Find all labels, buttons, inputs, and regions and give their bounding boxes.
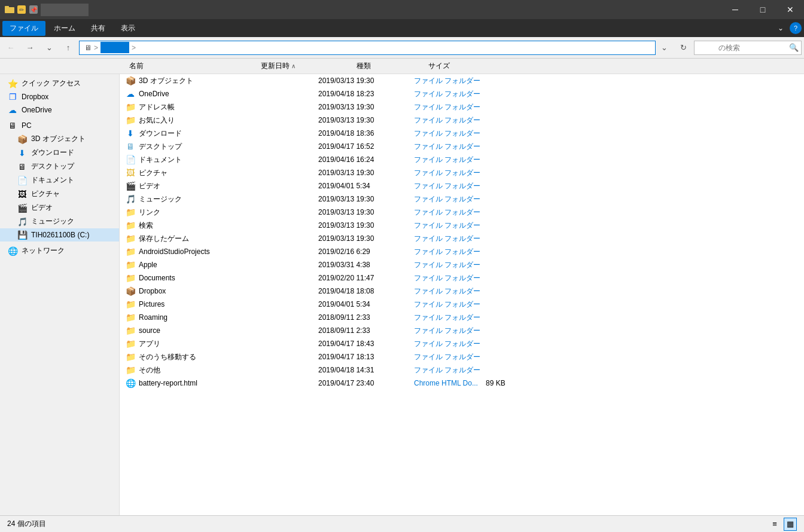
file-type: ファイル フォルダー	[414, 89, 486, 99]
column-name[interactable]: 名前	[129, 61, 261, 71]
sidebar-item-download[interactable]: ⬇ ダウンロード	[0, 146, 119, 160]
sidebar-label-desktop: デスクトップ	[31, 161, 74, 172]
sidebar-label-music: ミュージック	[31, 216, 74, 227]
up-button[interactable]: ↑	[60, 39, 77, 56]
maximize-button[interactable]: □	[749, 0, 776, 19]
sidebar-item-documents[interactable]: 📄 ドキュメント	[0, 173, 119, 187]
file-type: ファイル フォルダー	[414, 247, 486, 257]
menu-view[interactable]: 表示	[114, 21, 142, 36]
table-row[interactable]: 📁 Apple 2019/03/31 4:38 ファイル フォルダー	[120, 258, 804, 271]
svg-text:📌: 📌	[30, 6, 38, 14]
file-name: Pictures	[139, 300, 318, 308]
file-type: ファイル フォルダー	[414, 115, 486, 126]
sidebar-item-videos[interactable]: 🎬 ビデオ	[0, 201, 119, 215]
pc-icon: 🖥	[84, 44, 92, 52]
column-size[interactable]: サイズ	[428, 61, 488, 71]
sidebar-item-drive-c[interactable]: 💾 TIH0261100B (C:)	[0, 228, 119, 241]
file-name: ダウンロード	[139, 129, 318, 139]
file-type: ファイル フォルダー	[414, 129, 486, 139]
sidebar-item-pc[interactable]: 🖥 PC	[0, 119, 119, 132]
table-row[interactable]: 📁 検索 2019/03/13 19:30 ファイル フォルダー	[120, 219, 804, 232]
file-name: Dropbox	[139, 287, 318, 295]
close-button[interactable]: ✕	[776, 0, 804, 19]
file-date: 2019/03/13 19:30	[318, 116, 414, 124]
table-row[interactable]: 🎬 ビデオ 2019/04/01 5:34 ファイル フォルダー	[120, 179, 804, 192]
menu-file[interactable]: ファイル	[2, 21, 45, 36]
table-row[interactable]: 📄 ドキュメント 2019/04/16 16:24 ファイル フォルダー	[120, 153, 804, 166]
table-row[interactable]: 📁 アプリ 2019/04/17 18:43 ファイル フォルダー	[120, 337, 804, 350]
file-icon: 🎵	[124, 194, 136, 204]
table-row[interactable]: 📁 Documents 2019/02/20 11:47 ファイル フォルダー	[120, 271, 804, 285]
search-input[interactable]	[697, 44, 787, 52]
title-bar: ✏ 📌 ─ □ ✕	[0, 0, 804, 19]
table-row[interactable]: 📁 アドレス帳 2019/03/13 19:30 ファイル フォルダー	[120, 100, 804, 114]
column-headers: 名前 更新日時 ∧ 種類 サイズ	[0, 59, 804, 74]
back-button[interactable]: ←	[2, 39, 19, 56]
file-name: アドレス帳	[139, 102, 318, 112]
detail-view-button[interactable]: ▦	[784, 518, 797, 531]
sidebar-item-music[interactable]: 🎵 ミュージック	[0, 215, 119, 228]
help-button[interactable]: ?	[790, 22, 802, 34]
file-name: デスクトップ	[139, 142, 318, 152]
file-icon: 📁	[124, 299, 136, 309]
table-row[interactable]: ☁ OneDrive 2019/04/18 18:23 ファイル フォルダー	[120, 87, 804, 100]
sidebar-item-quick-access[interactable]: ⭐ クイック アクセス	[0, 77, 119, 90]
table-row[interactable]: 📁 そのうち移動する 2019/04/17 18:13 ファイル フォルダー	[120, 350, 804, 363]
sidebar-label-drive-c: TIH0261100B (C:)	[31, 231, 89, 239]
file-name: 保存したゲーム	[139, 234, 318, 244]
table-row[interactable]: 📁 AndroidStudioProjects 2019/02/16 6:29 …	[120, 245, 804, 258]
column-date[interactable]: 更新日時 ∧	[261, 61, 357, 71]
file-type: ファイル フォルダー	[414, 181, 486, 191]
table-row[interactable]: 🖼 ピクチャ 2019/03/13 19:30 ファイル フォルダー	[120, 166, 804, 179]
table-row[interactable]: 📦 Dropbox 2019/04/18 18:08 ファイル フォルダー	[120, 285, 804, 298]
file-icon: 📁	[124, 221, 136, 230]
table-row[interactable]: 📁 Roaming 2018/09/11 2:33 ファイル フォルダー	[120, 311, 804, 324]
minimize-button[interactable]: ─	[721, 0, 749, 19]
table-row[interactable]: 📁 その他 2019/04/18 14:31 ファイル フォルダー	[120, 363, 804, 377]
table-row[interactable]: 📁 リンク 2019/03/13 19:30 ファイル フォルダー	[120, 206, 804, 219]
table-row[interactable]: 🖥 デスクトップ 2019/04/17 16:52 ファイル フォルダー	[120, 140, 804, 153]
table-row[interactable]: 🌐 battery-report.html 2019/04/17 23:40 C…	[120, 377, 804, 390]
menu-home[interactable]: ホーム	[47, 21, 83, 36]
sidebar-item-desktop[interactable]: 🖥 デスクトップ	[0, 160, 119, 173]
table-row[interactable]: 📁 お気に入り 2019/03/13 19:30 ファイル フォルダー	[120, 114, 804, 127]
file-date: 2019/04/17 16:52	[318, 142, 414, 151]
main-layout: ⭐ クイック アクセス ❐ Dropbox ☁ OneDrive 🖥 PC 📦 …	[0, 74, 804, 515]
sidebar-label-network: ネットワーク	[22, 246, 65, 256]
table-row[interactable]: 🎵 ミュージック 2019/03/13 19:30 ファイル フォルダー	[120, 192, 804, 206]
list-view-button[interactable]: ≡	[768, 518, 781, 531]
file-icon: ☁	[124, 89, 136, 99]
sidebar-item-pictures[interactable]: 🖼 ピクチャ	[0, 187, 119, 201]
pictures-icon: 🖼	[17, 189, 28, 199]
file-name: AndroidStudioProjects	[139, 247, 318, 256]
pencil-icon: ✏	[17, 5, 26, 14]
file-date: 2019/04/01 5:34	[318, 182, 414, 190]
table-row[interactable]: 📁 保存したゲーム 2019/03/13 19:30 ファイル フォルダー	[120, 232, 804, 245]
file-type: ファイル フォルダー	[414, 221, 486, 231]
sidebar-label-quick-access: クイック アクセス	[22, 78, 81, 88]
file-date: 2019/04/18 18:36	[318, 129, 414, 137]
file-date: 2019/04/17 18:43	[318, 340, 414, 348]
table-row[interactable]: 📁 source 2018/09/11 2:33 ファイル フォルダー	[120, 324, 804, 337]
search-box: 🔍	[694, 41, 802, 55]
file-date: 2019/03/13 19:30	[318, 103, 414, 111]
menu-share[interactable]: 共有	[84, 21, 112, 36]
file-name: お気に入り	[139, 115, 318, 126]
menu-chevron-icon[interactable]: ⌄	[774, 22, 787, 35]
file-icon: 📁	[124, 102, 136, 112]
sidebar-item-network[interactable]: 🌐 ネットワーク	[0, 244, 119, 258]
refresh-button[interactable]: ↻	[675, 39, 692, 56]
column-type[interactable]: 種類	[357, 61, 428, 71]
file-icon: 📁	[124, 234, 136, 243]
forward-button[interactable]: →	[22, 39, 38, 56]
sidebar-item-dropbox[interactable]: ❐ Dropbox	[0, 90, 119, 103]
status-count: 24 個の項目	[7, 519, 46, 529]
recent-button[interactable]: ⌄	[41, 39, 57, 56]
sidebar-item-3d[interactable]: 📦 3D オブジェクト	[0, 132, 119, 146]
address-input[interactable]: 🖥 > >	[79, 41, 656, 55]
table-row[interactable]: 📁 Pictures 2019/04/01 5:34 ファイル フォルダー	[120, 298, 804, 311]
table-row[interactable]: ⬇ ダウンロード 2019/04/18 18:36 ファイル フォルダー	[120, 127, 804, 140]
address-dropdown-button[interactable]: ⌄	[656, 39, 672, 56]
sidebar-item-onedrive[interactable]: ☁ OneDrive	[0, 103, 119, 117]
table-row[interactable]: 📦 3D オブジェクト 2019/03/13 19:30 ファイル フォルダー	[120, 74, 804, 87]
